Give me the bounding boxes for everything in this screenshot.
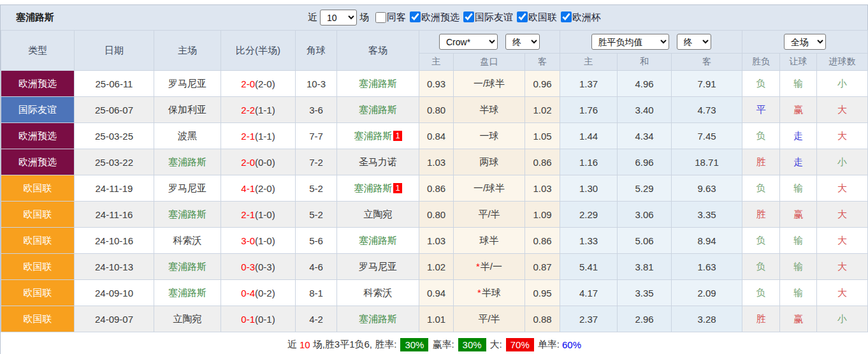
page: 塞浦路斯 近 10 场 同客 欧洲预选国际友谊欧国联欧洲杯 (0, 0, 868, 354)
filter-label: 欧洲预选 (421, 11, 459, 22)
filter-checkboxes: 欧洲预选国际友谊欧国联欧洲杯 (406, 11, 601, 24)
match-type-badge: 国际友谊 (1, 97, 75, 123)
avg-draw-odds: 3.81 (618, 254, 672, 280)
sub-col-header: 主 (419, 54, 454, 71)
score: 3-0(1-0) (221, 228, 296, 254)
result-goals: 小 (817, 149, 868, 175)
bookmaker-select[interactable]: Crow* (439, 34, 498, 50)
score: 4-1(2-0) (221, 175, 296, 202)
filter-checkbox[interactable] (561, 11, 572, 22)
big-rate-badge: 70% (506, 338, 534, 351)
filter-checkbox[interactable] (463, 11, 474, 22)
handicap-line: 一/球半 (454, 71, 525, 97)
page-title: 塞浦路斯 (1, 11, 54, 24)
avg-draw-odds: 2.96 (618, 306, 672, 332)
away-team: 塞浦路斯 (337, 71, 419, 97)
filter-checkbox[interactable] (410, 11, 421, 22)
result-goals: 小 (817, 71, 868, 97)
sub-col-header: 让球 (780, 54, 817, 71)
corner-score: 5-6 (296, 228, 337, 254)
score: 2-2(1-1) (221, 97, 296, 123)
avg-win-odds: 1.44 (560, 123, 618, 149)
filter-controls: 近 10 场 同客 欧洲预选国际友谊欧国联欧洲杯 (305, 5, 601, 30)
handicap-away-odds: 0.96 (525, 71, 560, 97)
home-team: 塞浦路斯 (154, 280, 221, 306)
table-row: 欧洲预选 25-06-11 罗马尼亚 2-0(2-0) 10-3 塞浦路斯 0.… (1, 71, 868, 97)
away-team: 塞浦路斯 (337, 97, 419, 123)
away-team: 圣马力诺 (337, 149, 419, 175)
sub-col-header: 盘口 (454, 54, 525, 71)
corner-score: 7-7 (296, 123, 337, 149)
match-type-badge: 欧洲预选 (1, 123, 75, 149)
avg-win-odds: 1.30 (560, 175, 618, 202)
match-rows: 欧洲预选 25-06-11 罗马尼亚 2-0(2-0) 10-3 塞浦路斯 0.… (1, 71, 868, 332)
avg-win-odds: 2.37 (560, 306, 618, 332)
avg-draw-odds: 3.35 (618, 280, 672, 306)
col-header-date: 日期 (75, 31, 154, 71)
avg-win-odds: 5.41 (560, 254, 618, 280)
match-date: 25-06-11 (75, 71, 154, 97)
handicap-away-odds: 0.86 (525, 149, 560, 175)
scope-select-group: 全场 (742, 31, 868, 54)
result-goals: 大 (817, 175, 868, 202)
handicap-away-odds: 1.03 (525, 175, 560, 202)
match-scope-select[interactable]: 全场 (784, 34, 826, 50)
avg-lose-odds: 7.45 (672, 123, 742, 149)
result-wdl: 胜 (742, 149, 780, 175)
handicap-home-odds: 1.03 (419, 228, 454, 254)
average-time-select[interactable]: 终 (677, 34, 711, 50)
avg-draw-odds: 5.06 (618, 228, 672, 254)
match-date: 24-09-07 (75, 306, 154, 332)
result-handicap: 赢 (780, 97, 817, 123)
matches-table: 类型 日期 主场 比分(半场) 角球 客场 Crow* 终 胜平负均值 (1, 30, 868, 354)
result-goals: 大 (817, 202, 868, 228)
filter-label: 国际友谊 (475, 11, 513, 22)
score: 2-1(1-0) (221, 202, 296, 228)
average-odds-select[interactable]: 胜平负均值 (591, 34, 669, 50)
home-team: 波黑 (154, 123, 221, 149)
handicap-home-odds: 0.94 (419, 280, 454, 306)
recent-count-select[interactable]: 10 (320, 10, 357, 26)
away-team: 罗马尼亚 (337, 254, 419, 280)
match-date: 24-09-10 (75, 280, 154, 306)
avg-win-odds: 1.76 (560, 97, 618, 123)
matches-label: 场 (359, 11, 369, 24)
handicap-away-odds: 0.95 (525, 280, 560, 306)
table-row: 欧洲预选 25-03-22 塞浦路斯 2-0(0-0) 7-2 圣马力诺 1.0… (1, 149, 868, 175)
sub-col-header: 客 (525, 54, 560, 71)
handicap-home-odds: 0.86 (419, 175, 454, 202)
result-wdl: 负 (742, 123, 780, 149)
result-wdl: 负 (742, 175, 780, 202)
col-header-score: 比分(半场) (221, 31, 296, 71)
corner-score: 4-6 (296, 254, 337, 280)
average-select-group: 胜平负均值 终 (560, 31, 742, 54)
rank-badge: 1 (393, 183, 401, 193)
handicap-line: 一/球半 (454, 175, 525, 202)
star-icon: * (476, 261, 480, 272)
home-team: 罗马尼亚 (154, 175, 221, 202)
handicap-away-odds: 0.87 (525, 254, 560, 280)
col-header-home: 主场 (154, 31, 221, 71)
match-type-badge: 欧国联 (1, 306, 75, 332)
big-rate-label: 大: (490, 339, 502, 351)
result-wdl: 负 (742, 280, 780, 306)
score: 0-1(0-1) (221, 306, 296, 332)
avg-lose-odds: 8.94 (672, 228, 742, 254)
bookmaker-time-select[interactable]: 终 (505, 34, 540, 50)
summary-bar: 近10场,胜3平1负6, 胜率: 30% 赢率: 30% 大: 70% 单率:6… (1, 332, 868, 354)
away-team: 塞浦路斯 (337, 306, 419, 332)
result-handicap: 输 (780, 280, 817, 306)
match-date: 24-11-19 (75, 175, 154, 202)
home-team: 塞浦路斯 (154, 202, 221, 228)
home-team: 罗马尼亚 (154, 71, 221, 97)
result-wdl: 负 (742, 254, 780, 280)
handicap-line: 球半 (454, 228, 525, 254)
handicap-away-odds: 1.05 (525, 123, 560, 149)
result-handicap: 输 (780, 254, 817, 280)
filter-checkbox[interactable] (517, 11, 528, 22)
avg-draw-odds: 4.96 (618, 71, 672, 97)
filter-label: 欧洲杯 (572, 11, 601, 22)
rank-badge: 1 (393, 131, 401, 141)
same-away-checkbox[interactable] (375, 12, 386, 23)
home-team: 保加利亚 (154, 97, 221, 123)
